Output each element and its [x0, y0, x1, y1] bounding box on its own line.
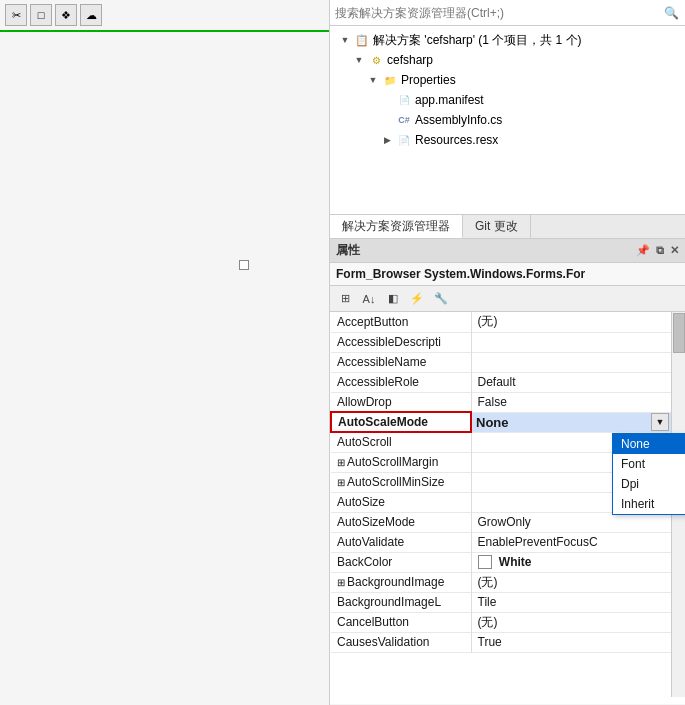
prop-name-accessiblename: AccessibleName — [331, 352, 471, 372]
prop-name-accessiblerole: AccessibleRole — [331, 372, 471, 392]
scrollbar-thumb[interactable] — [673, 313, 685, 353]
scissors-icon[interactable]: ✂ — [5, 4, 27, 26]
cs-icon: C# — [396, 112, 412, 128]
prop-value-accessiblename[interactable] — [471, 352, 671, 372]
dropdown-option-none[interactable]: None — [613, 434, 685, 454]
project-icon: ⚙ — [368, 52, 384, 68]
dropdown-option-font[interactable]: Font — [613, 454, 685, 474]
prop-name-autosizemode: AutoSizeMode — [331, 512, 471, 532]
tree-item-resources[interactable]: ▶ 📄 Resources.resx — [330, 130, 685, 150]
prop-value-accessiblerole[interactable]: Default — [471, 372, 671, 392]
prop-value-backcolor[interactable]: White — [471, 552, 671, 572]
solution-icon: 📋 — [354, 32, 370, 48]
prop-row-backgroundimage: ⊞BackgroundImage (无) — [331, 572, 671, 592]
prop-row-acceptbutton: AcceptButton (无) — [331, 312, 671, 332]
properties-panel: 属性 📌 ⧉ ✕ Form_Browser System.Windows.For… — [330, 239, 685, 704]
folder-icon: 📁 — [382, 72, 398, 88]
resize-handle[interactable] — [239, 260, 249, 270]
prop-row-autoscalemode: AutoScaleMode None ▼ None Font Dpi — [331, 412, 671, 432]
tab-bar: 解决方案资源管理器 Git 更改 — [330, 215, 685, 239]
backcolor-swatch — [478, 555, 492, 569]
properties-title-bar: 属性 📌 ⧉ ✕ — [330, 239, 685, 263]
prop-value-causesvalidation[interactable]: True — [471, 632, 671, 652]
tree-item-assemblyinfo[interactable]: ▶ C# AssemblyInfo.cs — [330, 110, 685, 130]
tree-item-properties[interactable]: ▼ 📁 Properties — [330, 70, 685, 90]
cloud-icon[interactable]: ☁ — [80, 4, 102, 26]
prop-value-backgroundimagelayout[interactable]: Tile — [471, 592, 671, 612]
prop-row-accessibledesc: AccessibleDescripti — [331, 332, 671, 352]
prop-name-autosize: AutoSize — [331, 492, 471, 512]
alphabetical-btn[interactable]: A↓ — [358, 289, 380, 309]
search-icon[interactable]: 🔍 — [662, 4, 680, 22]
prop-name-allowdrop: AllowDrop — [331, 392, 471, 412]
prop-value-accessibledesc[interactable] — [471, 332, 671, 352]
prop-name-accessibledesc: AccessibleDescripti — [331, 332, 471, 352]
prop-value-allowdrop[interactable]: False — [471, 392, 671, 412]
search-input[interactable] — [335, 6, 658, 20]
close-icon[interactable]: ✕ — [670, 244, 679, 257]
manifest-icon: 📄 — [396, 92, 412, 108]
prop-row-cancelbutton: CancelButton (无) — [331, 612, 671, 632]
prop-value-cancelbutton[interactable]: (无) — [471, 612, 671, 632]
prop-value-autovalidate[interactable]: EnablePreventFocusC — [471, 532, 671, 552]
tree-item-project[interactable]: ▼ ⚙ cefsharp — [330, 50, 685, 70]
title-controls: 📌 ⧉ ✕ — [636, 244, 679, 257]
tree-label-assemblyinfo: AssemblyInfo.cs — [415, 113, 502, 127]
prop-value-autosizemode[interactable]: GrowOnly — [471, 512, 671, 532]
prop-row-backgroundimagelayout: BackgroundImageL Tile — [331, 592, 671, 612]
properties-scroll-area: AcceptButton (无) AccessibleDescripti Acc… — [330, 312, 685, 697]
autoscalemode-current-value: None — [472, 414, 651, 431]
grid-icon[interactable]: ❖ — [55, 4, 77, 26]
properties-table: AcceptButton (无) AccessibleDescripti Acc… — [330, 312, 671, 653]
tree-label-resources: Resources.resx — [415, 133, 498, 147]
tree-arrow-properties: ▼ — [366, 73, 380, 87]
autoscalemode-dropdown-arrow[interactable]: ▼ — [651, 413, 669, 431]
tree-arrow-resources: ▶ — [380, 133, 394, 147]
resx-icon: 📄 — [396, 132, 412, 148]
tree-label-solution: 解决方案 'cefsharp' (1 个项目，共 1 个) — [373, 32, 582, 49]
prop-value-acceptbutton[interactable]: (无) — [471, 312, 671, 332]
prop-row-autosizemode: AutoSizeMode GrowOnly — [331, 512, 671, 532]
prop-row-allowdrop: AllowDrop False — [331, 392, 671, 412]
prop-name-autovalidate: AutoValidate — [331, 532, 471, 552]
pin-icon[interactable]: 📌 — [636, 244, 650, 257]
prop-name-backgroundimage: ⊞BackgroundImage — [331, 572, 471, 592]
prop-name-acceptbutton: AcceptButton — [331, 312, 471, 332]
categories-btn[interactable]: ⊞ — [334, 289, 356, 309]
float-icon[interactable]: ⧉ — [656, 244, 664, 257]
autoscalemode-dropdown-popup: None Font Dpi Inherit — [612, 433, 685, 515]
events-btn[interactable]: ⚡ — [406, 289, 428, 309]
prop-name-backcolor: BackColor — [331, 552, 471, 572]
frame-icon[interactable]: □ — [30, 4, 52, 26]
prop-row-accessiblerole: AccessibleRole Default — [331, 372, 671, 392]
prop-value-backgroundimage[interactable]: (无) — [471, 572, 671, 592]
prop-name-autoscrollmargin: ⊞AutoScrollMargin — [331, 452, 471, 472]
property-pages-btn[interactable]: 🔧 — [430, 289, 452, 309]
properties-object-name: Form_Browser System.Windows.Forms.For — [330, 263, 685, 286]
prop-row-autovalidate: AutoValidate EnablePreventFocusC — [331, 532, 671, 552]
prop-row-causesvalidation: CausesValidation True — [331, 632, 671, 652]
tab-git-changes[interactable]: Git 更改 — [463, 215, 531, 238]
tab-solution-explorer[interactable]: 解决方案资源管理器 — [330, 215, 463, 238]
left-panel: ✂ □ ❖ ☁ — [0, 0, 330, 705]
dropdown-option-inherit[interactable]: Inherit — [613, 494, 685, 514]
search-bar: 🔍 — [330, 0, 685, 26]
tree-label-manifest: app.manifest — [415, 93, 484, 107]
properties-btn[interactable]: ◧ — [382, 289, 404, 309]
design-surface — [70, 52, 260, 552]
tree-arrow: ▼ — [338, 33, 352, 47]
dropdown-option-dpi[interactable]: Dpi — [613, 474, 685, 494]
tree-arrow-project: ▼ — [352, 53, 366, 67]
prop-row-backcolor: BackColor White — [331, 552, 671, 572]
backcolor-text: White — [499, 555, 532, 569]
autoscalemode-dropdown-wrapper: None ▼ — [472, 413, 671, 431]
tree-item-solution[interactable]: ▼ 📋 解决方案 'cefsharp' (1 个项目，共 1 个) — [330, 30, 685, 50]
prop-name-autoscroll: AutoScroll — [331, 432, 471, 452]
tree-item-manifest[interactable]: ▶ 📄 app.manifest — [330, 90, 685, 110]
properties-title: 属性 — [336, 242, 360, 259]
tree-label-project: cefsharp — [387, 53, 433, 67]
prop-name-autoscalemode[interactable]: AutoScaleMode — [331, 412, 471, 432]
prop-name-cancelbutton: CancelButton — [331, 612, 471, 632]
toolbar-strip: ✂ □ ❖ ☁ — [0, 0, 329, 32]
solution-explorer: 🔍 ▼ 📋 解决方案 'cefsharp' (1 个项目，共 1 个) ▼ ⚙ … — [330, 0, 685, 215]
